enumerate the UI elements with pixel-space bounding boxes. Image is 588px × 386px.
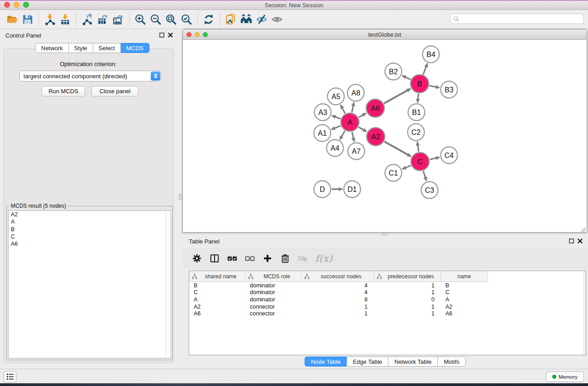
edge-B-B3[interactable] xyxy=(430,86,440,87)
table-row[interactable]: Bdominator41B xyxy=(189,282,586,289)
graph-node-label: A8 xyxy=(351,89,360,97)
column-header-predecessor-nodes[interactable]: predecessor nodes xyxy=(374,271,441,282)
export-table-button[interactable] xyxy=(95,12,110,27)
network-canvas[interactable]: B4B2BB3B1A5A8A6A3AA1C2A2A4A7C4CC1C3DD1 xyxy=(183,40,587,232)
zoom-fit-button[interactable] xyxy=(163,12,179,27)
table-cell: 1 xyxy=(374,282,441,289)
table-scrollbar[interactable] xyxy=(583,271,586,355)
edge-C-C1[interactable] xyxy=(402,166,411,169)
edge-B-B4[interactable] xyxy=(423,63,427,74)
zoom-in-button[interactable] xyxy=(133,12,148,27)
run-mcds-button[interactable]: Run MCDS xyxy=(42,86,85,96)
column-header-shared-name[interactable]: shared name xyxy=(189,271,245,282)
tab-style[interactable]: Style xyxy=(69,43,93,53)
toolbar-separator xyxy=(76,13,76,26)
open-network-file-button[interactable] xyxy=(223,12,239,27)
float-table-panel-icon[interactable] xyxy=(569,238,574,243)
show-columns-button[interactable] xyxy=(209,253,220,264)
close-panel-icon[interactable] xyxy=(168,33,173,38)
table-cell: 1 xyxy=(374,304,441,310)
home-layout-button[interactable] xyxy=(239,12,254,27)
column-network-icon xyxy=(304,274,310,279)
resize-grip-icon[interactable] xyxy=(580,226,586,231)
float-panel-icon[interactable] xyxy=(159,33,164,38)
column-header-mcds-role[interactable]: MCDS role xyxy=(245,271,301,282)
toolbar-separator xyxy=(220,13,220,26)
birds-eye-view-button[interactable] xyxy=(269,12,285,27)
graph-node-label: A xyxy=(348,119,353,126)
table-cell: A6 xyxy=(441,310,488,317)
table-cell: 1 xyxy=(301,310,374,317)
import-table-icon xyxy=(59,14,71,25)
mcds-result-item[interactable]: A xyxy=(9,218,171,225)
tab-network[interactable]: Network xyxy=(35,43,69,53)
table-options-button[interactable] xyxy=(191,253,202,264)
tab-motifs[interactable]: Motifs xyxy=(438,357,466,367)
table-row[interactable]: A6connector11A6 xyxy=(189,310,586,317)
search-icon xyxy=(453,16,459,22)
zoom-out-button[interactable] xyxy=(148,12,163,27)
delete-column-button[interactable] xyxy=(280,253,291,264)
table-cell: 0 xyxy=(374,296,441,303)
mcds-result-item[interactable]: C xyxy=(9,233,171,240)
edge-A-A4[interactable] xyxy=(340,131,345,139)
function-builder-button[interactable]: f(x) xyxy=(315,253,333,264)
edge-C-C3[interactable] xyxy=(423,171,426,181)
column-header-successor-nodes[interactable]: successor nodes xyxy=(301,271,374,282)
tab-node-table[interactable]: Node Table xyxy=(305,357,347,367)
delete-table-button[interactable] xyxy=(297,253,308,264)
tab-select[interactable]: Select xyxy=(93,43,121,53)
hide-graphics-details-button[interactable] xyxy=(254,12,269,27)
edge-B-B2[interactable] xyxy=(402,76,411,80)
edge-A-A1[interactable] xyxy=(331,126,341,129)
network-window-titlebar[interactable]: testGlobe.txt xyxy=(183,29,587,40)
edge-A-A6[interactable] xyxy=(359,113,366,117)
tab-edge-table[interactable]: Edge Table xyxy=(347,357,388,367)
table-cell: 1 xyxy=(374,289,441,295)
open-file-button[interactable] xyxy=(5,12,20,27)
zoom-selected-button[interactable] xyxy=(179,12,194,27)
import-network-button[interactable] xyxy=(42,12,57,27)
mcds-result-item[interactable]: B xyxy=(9,226,171,233)
edge-A-A3[interactable] xyxy=(332,115,340,119)
close-panel-button[interactable]: Close panel xyxy=(91,86,139,96)
unchecked-boxes-icon xyxy=(245,253,255,263)
table-row[interactable]: Cdominator41C xyxy=(189,289,586,296)
table-row[interactable]: Adominator80A xyxy=(189,296,586,303)
edge-A2-C[interactable] xyxy=(384,142,411,157)
table-cell: A2 xyxy=(189,304,245,310)
tab-mcds[interactable]: MCDS xyxy=(121,43,149,53)
edge-B-B1[interactable] xyxy=(417,94,418,103)
search-input[interactable] xyxy=(459,14,583,24)
task-history-button[interactable] xyxy=(4,371,16,382)
edge-A-A8[interactable] xyxy=(352,102,354,112)
edge-A-A7[interactable] xyxy=(352,132,354,142)
close-table-panel-icon[interactable] xyxy=(578,238,583,243)
save-session-button[interactable] xyxy=(20,12,35,27)
select-all-button[interactable] xyxy=(227,253,238,264)
mcds-result-item[interactable]: A6 xyxy=(9,240,171,248)
tab-network-table[interactable]: Network Table xyxy=(388,357,438,367)
add-column-button[interactable] xyxy=(262,253,273,264)
edge-A-A5[interactable] xyxy=(340,105,345,114)
mcds-result-item[interactable]: A2 xyxy=(9,211,171,218)
edge-C-C4[interactable] xyxy=(430,157,440,160)
table-cell: dominator xyxy=(245,289,301,295)
criterion-dropdown[interactable]: largest connected component (directed) xyxy=(19,71,161,81)
table-cell: A xyxy=(189,296,245,303)
refresh-button[interactable] xyxy=(201,12,216,27)
export-image-button[interactable] xyxy=(110,12,126,27)
result-scrollbar[interactable] xyxy=(165,211,171,358)
edge-A6-B[interactable] xyxy=(384,89,411,103)
edge-C-C2[interactable] xyxy=(417,142,419,152)
column-header-name[interactable]: name xyxy=(441,271,488,282)
import-table-button[interactable] xyxy=(57,12,73,27)
table-row[interactable]: A2connector11A2 xyxy=(189,303,586,310)
table-cell: B xyxy=(441,282,488,289)
search-field[interactable] xyxy=(450,14,584,24)
export-network-button[interactable] xyxy=(80,12,95,27)
edge-A-A2[interactable] xyxy=(359,127,367,132)
memory-button[interactable]: Memory xyxy=(546,372,584,382)
deselect-all-button[interactable] xyxy=(244,253,255,264)
splitter-handle[interactable] xyxy=(179,194,182,200)
